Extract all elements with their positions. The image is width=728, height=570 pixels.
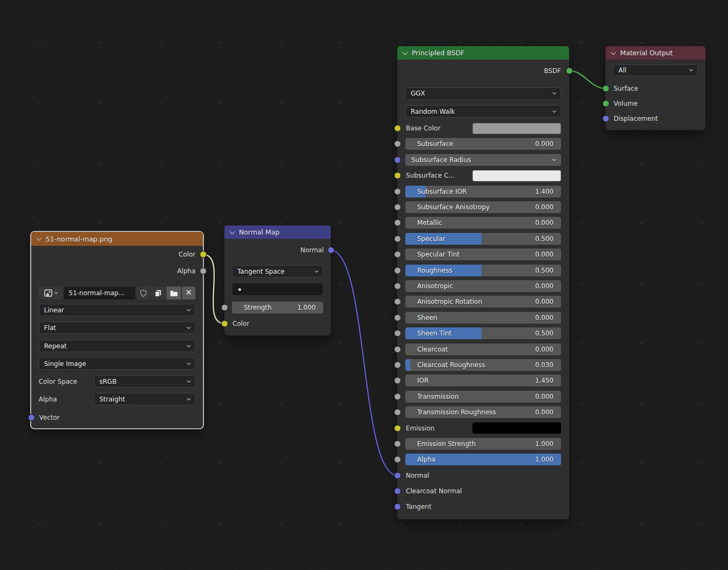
subsurface-slider[interactable]: Subsurface0.000 [405, 138, 561, 150]
alpha-mode-dropdown[interactable]: Straight [94, 393, 195, 405]
duplicate-button[interactable] [151, 287, 165, 299]
random-walk-dropdown[interactable]: Random Walk [405, 105, 561, 118]
image-texture-node[interactable]: 51-normal-map.png Color Alpha 51-norm [31, 232, 203, 428]
clearcoat-roughness-slider[interactable]: Clearcoat Roughness0.030 [405, 359, 561, 371]
principled-bsdf-node[interactable]: Principled BSDF BSDF GGXRandom WalkBase … [397, 46, 569, 519]
image-browse-button[interactable] [39, 287, 63, 299]
ggx-dropdown[interactable]: GGX [405, 87, 561, 100]
target-dropdown[interactable]: All [613, 64, 698, 76]
emission-strength-input-socket[interactable] [394, 440, 401, 447]
strength-input-socket[interactable] [221, 304, 228, 311]
roughness-slider[interactable]: Roughness0.500 [405, 265, 561, 276]
subsurface-radius-input-socket[interactable] [394, 156, 401, 163]
collapse-chevron-icon[interactable] [230, 229, 235, 234]
specular-tint-input-socket[interactable] [394, 251, 401, 258]
alpha-output-socket[interactable] [200, 268, 207, 275]
sheen-input-socket[interactable] [394, 314, 401, 321]
clearcoat-roughness-slider-fill [405, 359, 410, 371]
emission-strength-slider[interactable]: Emission Strength1.000 [405, 438, 561, 450]
bsdf-row-clearcoat: Clearcoat0.000 [397, 341, 569, 357]
image-texture-node-header[interactable]: 51-normal-map.png [31, 232, 203, 246]
clearcoat-normal-input-socket[interactable] [394, 488, 401, 495]
subsurface-radius-dropdown[interactable]: Subsurface Radius [405, 154, 561, 166]
bsdf-output-row: BSDF [397, 63, 569, 78]
projection-dropdown[interactable]: Flat [39, 321, 195, 334]
displacement-input-label: Displacement [613, 115, 658, 122]
material-output-node-header[interactable]: Material Output [606, 46, 705, 60]
anisotropic-input-socket[interactable] [394, 282, 401, 289]
roughness-input-socket[interactable] [394, 267, 401, 274]
clearcoat-roughness-input-socket[interactable] [394, 361, 401, 368]
displacement-input-socket[interactable] [602, 115, 609, 122]
subsurface-ior-input-socket[interactable] [394, 188, 401, 195]
emission-color-swatch[interactable] [472, 422, 561, 434]
sheen-tint-input-socket[interactable] [394, 330, 401, 337]
transmission-slider[interactable]: Transmission0.000 [405, 391, 561, 403]
anisotropic-rotation-slider[interactable]: Anisotropic Rotation0.000 [405, 296, 561, 308]
subsurface-anisotropy-slider[interactable]: Subsurface Anisotropy0.000 [405, 201, 561, 213]
subsurface-anisotropy-input-socket[interactable] [394, 204, 401, 211]
specular-input-socket[interactable] [394, 235, 401, 242]
open-image-button[interactable] [166, 287, 181, 299]
color-output-socket[interactable] [200, 251, 207, 258]
subsurface-c-input-socket[interactable] [394, 172, 401, 179]
bsdf-row-transmission-roughness: Transmission Roughness0.000 [397, 404, 569, 420]
subsurface-radius-label: Subsurface Radius [411, 156, 471, 164]
uv-map-field[interactable] [232, 283, 323, 296]
clearcoat-slider[interactable]: Clearcoat0.000 [405, 344, 561, 355]
normal-input-socket[interactable] [394, 472, 401, 479]
clearcoat-input-socket[interactable] [394, 346, 401, 353]
fake-user-button[interactable] [136, 287, 150, 299]
emission-input-socket[interactable] [394, 425, 401, 432]
normal-map-node[interactable]: Normal Map Normal Tangent Space Strength… [224, 225, 331, 335]
material-output-node[interactable]: Material Output All Surface Volume Displ… [606, 46, 705, 130]
subsurface-input-socket[interactable] [394, 141, 401, 148]
clearcoat-value: 0.000 [535, 346, 554, 353]
alpha-input-socket[interactable] [394, 456, 401, 463]
extension-dropdown[interactable]: Repeat [39, 340, 195, 352]
transmission-roughness-input-socket[interactable] [394, 409, 401, 416]
base-color-color-swatch[interactable] [472, 123, 561, 134]
bsdf-row-sheen-tint: Sheen Tint0.500 [397, 325, 569, 341]
alpha-slider[interactable]: Alpha1.000 [405, 454, 561, 465]
bsdf-row-subsurface-c: Subsurface C... [397, 168, 569, 184]
bsdf-output-socket[interactable] [566, 67, 573, 74]
color-space-dropdown[interactable]: sRGB [94, 375, 195, 388]
metallic-slider[interactable]: Metallic0.000 [405, 217, 561, 229]
base-color-input-socket[interactable] [394, 125, 401, 132]
subsurface-c-color-swatch[interactable] [472, 170, 561, 181]
vector-input-socket[interactable] [28, 414, 35, 421]
transmission-roughness-slider[interactable]: Transmission Roughness0.000 [405, 406, 561, 418]
metallic-input-socket[interactable] [394, 220, 401, 226]
normal-map-node-header[interactable]: Normal Map [224, 225, 331, 239]
color-input-socket[interactable] [221, 320, 228, 327]
interpolation-dropdown[interactable]: Linear [39, 304, 195, 316]
node-editor-canvas[interactable]: 51-normal-map.png Color Alpha 51-norm [0, 0, 728, 570]
unlink-image-button[interactable]: ✕ [182, 287, 195, 299]
normal-output-socket[interactable] [327, 247, 334, 254]
image-name-field[interactable]: 51-normal-map... [64, 287, 135, 299]
strength-slider[interactable]: Strength 1.000 [232, 302, 323, 313]
subsurface-ior-slider[interactable]: Subsurface IOR1.400 [405, 186, 561, 198]
volume-input-socket[interactable] [602, 100, 609, 107]
collapse-chevron-icon[interactable] [403, 49, 408, 55]
transmission-input-socket[interactable] [394, 393, 401, 400]
extension-value: Repeat [44, 342, 67, 350]
ior-input-socket[interactable] [394, 377, 401, 384]
collapse-chevron-icon[interactable] [611, 49, 616, 55]
source-dropdown[interactable]: Single Image [39, 357, 195, 370]
tangent-input-socket[interactable] [394, 503, 401, 510]
sheen-slider[interactable]: Sheen0.000 [405, 312, 561, 324]
anisotropic-rotation-input-socket[interactable] [394, 298, 401, 305]
collapse-chevron-icon[interactable] [37, 236, 42, 241]
sheen-tint-slider[interactable]: Sheen Tint0.500 [405, 327, 561, 339]
ior-slider[interactable]: IOR1.450 [405, 375, 561, 386]
space-dropdown[interactable]: Tangent Space [232, 265, 323, 277]
subsurface-label: Subsurface [417, 140, 453, 148]
anisotropic-slider[interactable]: Anisotropic0.000 [405, 280, 561, 292]
specular-tint-slider[interactable]: Specular Tint0.000 [405, 249, 561, 260]
surface-input-socket[interactable] [602, 85, 609, 92]
principled-bsdf-node-header[interactable]: Principled BSDF [397, 46, 569, 60]
alpha-mode-label: Alpha [39, 396, 94, 403]
specular-slider[interactable]: Specular0.500 [405, 233, 561, 245]
